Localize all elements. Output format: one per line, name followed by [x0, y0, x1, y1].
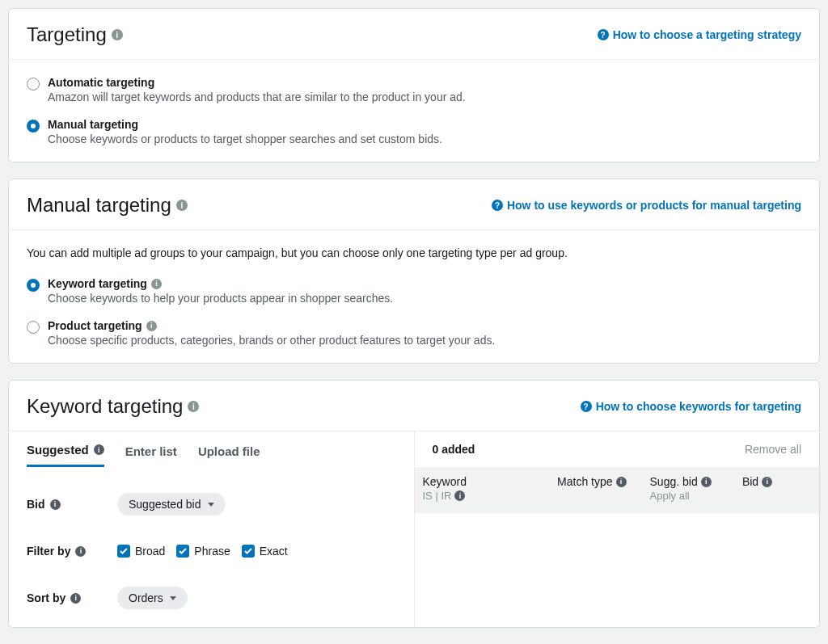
col-bid-label-text: Bid — [742, 475, 758, 488]
keyword-option-desc: Choose keywords to help your products ap… — [48, 292, 801, 305]
tab-upload-file[interactable]: Upload file — [198, 444, 260, 466]
sort-select[interactable]: Orders — [117, 587, 188, 609]
help-icon: ? — [581, 401, 592, 412]
bid-select-value: Suggested bid — [129, 498, 201, 511]
keyword-option-label: Keyword targeting i — [48, 277, 801, 290]
info-icon[interactable]: i — [75, 546, 86, 557]
filter-phrase-checkbox[interactable]: Phrase — [176, 545, 230, 558]
product-option-label: Product targeting i — [48, 319, 801, 332]
info-icon[interactable]: i — [176, 200, 188, 211]
targeting-body: Automatic targeting Amazon will target k… — [9, 60, 819, 162]
checkbox-checked[interactable] — [176, 545, 189, 558]
sort-row: Sort by i Orders — [9, 575, 414, 609]
manual-intro: You can add multiple ad groups to your c… — [27, 246, 801, 259]
info-icon[interactable]: i — [616, 477, 627, 487]
bid-label: Bid i — [27, 498, 117, 511]
manual-targeting-content: Manual targeting Choose keywords or prod… — [48, 118, 801, 145]
info-icon[interactable]: i — [94, 444, 104, 455]
sort-select-value: Orders — [129, 591, 163, 604]
filter-row: Filter by i Broad Phrase — [9, 533, 414, 558]
keyword-body: Suggested i Enter list Upload file Bid i… — [9, 431, 819, 627]
tab-enter-list[interactable]: Enter list — [125, 444, 177, 466]
col-match-label: Match type i — [557, 475, 641, 488]
col-match-label-text: Match type — [557, 475, 612, 488]
manual-targeting-desc: Choose keywords or products to target sh… — [48, 133, 801, 145]
col-keyword-sub: IS | IR i — [423, 490, 550, 502]
manual-title-text: Manual targeting — [27, 194, 171, 217]
col-sugg-sub[interactable]: Apply all — [650, 490, 734, 502]
info-icon[interactable]: i — [50, 499, 61, 510]
filter-label-text: Filter by — [27, 545, 70, 558]
auto-targeting-option[interactable]: Automatic targeting Amazon will target k… — [27, 76, 801, 103]
sort-control: Orders — [117, 587, 188, 609]
col-keyword-label: Keyword — [423, 475, 550, 488]
info-icon[interactable]: i — [762, 477, 772, 487]
tab-suggested[interactable]: Suggested i — [27, 443, 104, 467]
auto-targeting-content: Automatic targeting Amazon will target k… — [48, 76, 801, 103]
checkbox-checked[interactable] — [242, 545, 255, 558]
manual-title: Manual targeting i — [27, 194, 188, 217]
keyword-right-pane: 0 added Remove all Keyword IS | IR i Mat… — [415, 431, 820, 627]
keyword-targeting-option[interactable]: Keyword targeting i Choose keywords to h… — [27, 277, 801, 305]
targeting-header: Targeting i ? How to choose a targeting … — [9, 9, 819, 60]
info-icon[interactable]: i — [188, 401, 199, 412]
radio-selected[interactable] — [27, 120, 40, 133]
info-icon[interactable]: i — [701, 477, 712, 487]
manual-body: You can add multiple ad groups to your c… — [9, 230, 819, 363]
help-icon: ? — [598, 29, 609, 40]
keyword-title-text: Keyword targeting — [27, 395, 183, 418]
keyword-header: Keyword targeting i ? How to choose keyw… — [9, 381, 819, 431]
keyword-option-label-text: Keyword targeting — [48, 277, 147, 290]
chevron-down-icon — [208, 503, 214, 507]
keyword-title: Keyword targeting i — [27, 395, 199, 418]
filter-exact-checkbox[interactable]: Exact — [242, 545, 288, 558]
remove-all-button[interactable]: Remove all — [745, 443, 801, 456]
checkbox-checked[interactable] — [117, 545, 130, 558]
targeting-panel: Targeting i ? How to choose a targeting … — [8, 8, 820, 162]
product-option-desc: Choose specific products, categories, br… — [48, 334, 801, 347]
info-icon[interactable]: i — [146, 321, 157, 331]
bid-row: Bid i Suggested bid — [9, 482, 414, 516]
keyword-option-content: Keyword targeting i Choose keywords to h… — [48, 277, 801, 305]
manual-targeting-label: Manual targeting — [48, 118, 801, 131]
col-bid-label: Bid i — [742, 475, 801, 488]
col-match: Match type i — [557, 475, 641, 502]
col-sugg: Sugg. bid i Apply all — [650, 475, 734, 502]
col-bid: Bid i — [742, 475, 801, 502]
filter-control: Broad Phrase Exact — [117, 545, 288, 558]
help-icon: ? — [492, 200, 503, 211]
keyword-help-text: How to choose keywords for targeting — [596, 400, 801, 413]
radio-unselected[interactable] — [27, 78, 40, 90]
keyword-help-link[interactable]: ? How to choose keywords for targeting — [581, 400, 801, 413]
auto-targeting-label: Automatic targeting — [48, 76, 801, 89]
info-icon[interactable]: i — [70, 593, 81, 604]
targeting-help-text: How to choose a targeting strategy — [613, 28, 801, 41]
bid-select[interactable]: Suggested bid — [117, 493, 226, 516]
chevron-down-icon — [170, 596, 176, 600]
targeting-title: Targeting i — [27, 23, 123, 46]
col-keyword: Keyword IS | IR i — [423, 475, 550, 502]
keyword-left-pane: Suggested i Enter list Upload file Bid i… — [9, 431, 415, 627]
keyword-targeting-panel: Keyword targeting i ? How to choose keyw… — [8, 380, 820, 628]
info-icon[interactable]: i — [151, 279, 162, 289]
added-header: 0 added Remove all — [415, 431, 820, 467]
manual-help-link[interactable]: ? How to use keywords or products for ma… — [492, 199, 801, 212]
info-icon[interactable]: i — [112, 29, 123, 40]
product-option-label-text: Product targeting — [48, 319, 142, 332]
manual-targeting-option[interactable]: Manual targeting Choose keywords or prod… — [27, 118, 801, 145]
filter-broad-checkbox[interactable]: Broad — [117, 545, 165, 558]
filter-exact-label: Exact — [260, 545, 288, 558]
info-icon[interactable]: i — [454, 490, 465, 501]
col-sugg-label: Sugg. bid i — [650, 475, 734, 488]
radio-unselected[interactable] — [27, 321, 40, 334]
filter-label: Filter by i — [27, 545, 117, 558]
added-count: 0 added — [433, 443, 475, 456]
auto-targeting-desc: Amazon will target keywords and products… — [48, 90, 801, 103]
targeting-help-link[interactable]: ? How to choose a targeting strategy — [598, 28, 801, 41]
keyword-tabs: Suggested i Enter list Upload file — [9, 431, 414, 467]
col-keyword-sub-text: IS | IR — [423, 490, 452, 502]
bid-control: Suggested bid — [117, 493, 226, 516]
product-targeting-option[interactable]: Product targeting i Choose specific prod… — [27, 319, 801, 347]
sort-label: Sort by i — [27, 591, 117, 604]
radio-selected[interactable] — [27, 279, 40, 292]
